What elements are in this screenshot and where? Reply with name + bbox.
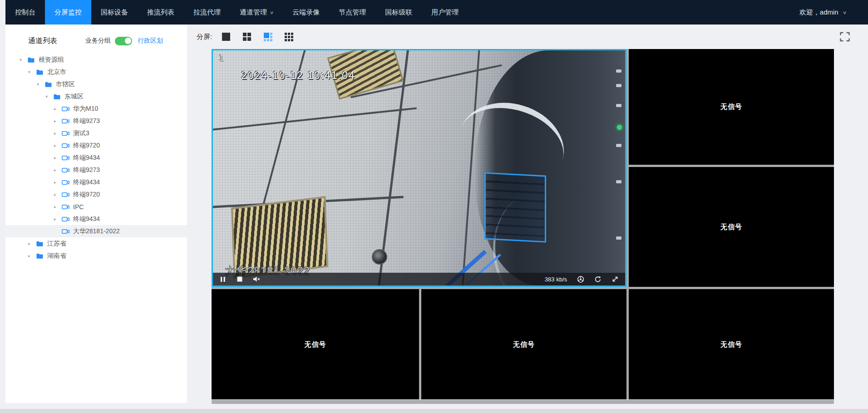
tree-item-selected[interactable]: 大华28181-2022 [5,225,187,237]
video-cell-5[interactable]: 无信号 [421,289,626,400]
tree-item-label: IPC [73,203,84,211]
camera-icon [62,106,69,112]
tree-item[interactable]: ▸ 终端9434 [5,152,187,164]
caret-right-icon[interactable]: ▸ [54,167,62,172]
tree-item[interactable]: ▸ 终端9434 [5,213,187,225]
caret-right-icon[interactable]: ▸ [54,143,62,148]
tree-item[interactable]: ▾ 市辖区 [5,78,187,90]
tree-item[interactable]: ▾ 东城区 [5,90,187,103]
tree-item-label: 湖南省 [47,252,66,260]
caret-right-icon[interactable]: ▸ [54,204,62,209]
caret-right-icon[interactable]: ▸ [28,241,36,246]
nav-tab-node-mgmt[interactable]: 节点管理 [329,0,375,25]
caret-right-icon[interactable]: ▸ [54,106,62,111]
nav-tab-gb-cascade[interactable]: 国标级联 [375,0,422,25]
video-frame [213,50,625,285]
bitrate-text: 383 kb/s [545,276,567,283]
nav-tab-cloud-record[interactable]: 云端录像 [283,0,329,25]
nav-tab-label: 用户管理 [431,8,459,17]
video-cell-2[interactable]: 无信号 [629,49,834,165]
split-toolbar: 分屏: [197,25,305,49]
caret-down-icon[interactable]: ▾ [45,94,53,99]
folder-icon [36,253,44,259]
nav-tab-push-list[interactable]: 推流列表 [138,0,184,25]
tree-item[interactable]: ▸ 终端9273 [5,115,187,127]
tree-item-label: 测试3 [73,129,89,138]
tree-item-label: 江苏省 [47,240,66,248]
caret-down-icon[interactable]: ▾ [28,69,36,74]
tree-item-label: 大华28181-2022 [73,227,120,236]
nav-tab-user-mgmt[interactable]: 用户管理 [422,0,468,25]
business-group-label: 业务分组 [85,37,111,45]
video-cell-4[interactable]: 无信号 [212,289,419,400]
nav-tab-pull-proxy[interactable]: 拉流代理 [184,0,230,25]
video-cell-6[interactable]: 无信号 [629,289,834,400]
nav-tab-label: 云端录像 [292,8,320,17]
tree-item[interactable]: ▸ 终端9434 [5,176,187,188]
pause-icon[interactable] [219,275,227,283]
tree-item-label: 根资源组 [39,56,64,64]
tree-item[interactable]: ▾ 根资源组 [5,54,187,66]
sidebar-header: 通道列表 业务分组 行政区划 [28,34,187,47]
caret-down-icon[interactable]: ▾ [37,82,44,87]
tree-item[interactable]: ▸ 湖南省 [5,250,187,262]
nav-tab-split-monitor[interactable]: 分屏监控 [45,0,91,25]
caret-right-icon[interactable]: ▸ [54,118,62,123]
stop-icon[interactable] [236,275,243,283]
caret-right-icon[interactable]: ▸ [54,192,62,197]
tree-item[interactable]: ▸ 华为M10 [5,103,187,115]
split-label: 分屏: [197,33,212,41]
tree-item[interactable]: ▸ 江苏省 [5,237,187,250]
window-bottom-edge [0,409,868,413]
split-4-button[interactable] [242,32,252,42]
nav-tab-channel-mgmt[interactable]: 通道管理 ∨ [230,0,283,25]
nav-tab-console[interactable]: 控制台 [5,0,45,25]
caret-right-icon[interactable]: ▸ [54,155,62,160]
caret-down-icon[interactable]: ▾ [20,57,27,62]
tree-item[interactable]: ▸ 终端9720 [5,139,187,152]
camera-icon [62,143,69,149]
fullscreen-icon[interactable] [839,31,851,43]
tree-item[interactable]: ▸ 终端9273 [5,164,187,176]
admin-region-label: 行政区划 [138,37,163,45]
tree-item[interactable]: ▸ 测试3 [5,127,187,139]
refresh-icon[interactable] [594,275,602,283]
group-mode-toggle[interactable] [115,37,132,45]
tree-item-label: 终端9434 [73,215,100,223]
tree-item-label: 北京市 [47,68,66,76]
video-cell-1[interactable]: 1 2024-10-12 10:41:04 大华28181-2022 383 k… [212,49,626,287]
tree-item[interactable]: ▾ 北京市 [5,66,187,78]
nav-tab-label: 节点管理 [339,8,366,17]
no-signal-text: 无信号 [513,340,535,349]
split-1-button[interactable] [221,32,231,42]
toggle-knob [125,38,131,44]
nav-tab-label: 国标级联 [385,8,412,17]
snapshot-icon[interactable] [577,275,584,283]
no-signal-text: 无信号 [305,340,326,349]
no-signal-text: 无信号 [720,340,742,349]
nav-spacer [468,0,799,25]
tree-item[interactable]: ▸ IPC [5,201,187,213]
tree-item[interactable]: ▸ 终端9720 [5,188,187,201]
video-cell-3[interactable]: 无信号 [629,167,834,287]
mute-icon[interactable] [253,275,260,283]
tree-item-label: 终端9720 [73,191,100,199]
expand-icon[interactable] [612,275,619,283]
caret-right-icon[interactable]: ▸ [28,253,36,258]
scrollbar-thumb[interactable] [212,400,834,404]
channel-tree: ▾ 根资源组 ▾ 北京市 ▾ 市辖区 ▾ 东城区 ▸ 华为M10 ▸ 终端927… [5,54,187,262]
camera-icon [62,155,69,161]
nav-tab-label: 国标设备 [101,8,128,17]
caret-right-icon[interactable]: ▸ [54,131,62,136]
nav-tab-gb-devices[interactable]: 国标设备 [91,0,138,25]
nav-tab-label: 推流列表 [147,8,174,17]
caret-right-icon[interactable]: ▸ [54,180,62,185]
split-6-button[interactable] [263,32,273,42]
split-9-button[interactable] [284,32,294,42]
tree-item-label: 市辖区 [56,80,75,88]
tree-item-label: 终端9434 [73,154,100,162]
caret-right-icon[interactable]: ▸ [54,216,62,221]
folder-icon [44,81,52,88]
user-menu[interactable]: 欢迎，admin ∨ [799,0,868,25]
video-grid: 1 2024-10-12 10:41:04 大华28181-2022 383 k… [212,49,834,400]
